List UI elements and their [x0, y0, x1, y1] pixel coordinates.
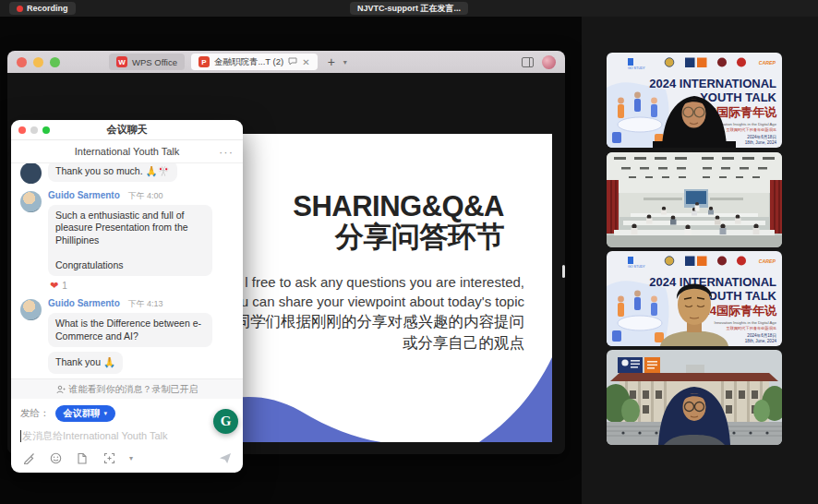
- window-close-button[interactable]: [17, 57, 27, 67]
- message-reaction[interactable]: ❤ 1: [50, 280, 212, 292]
- message-time: 下午 4:00: [128, 191, 163, 200]
- grammarly-badge[interactable]: G: [213, 409, 238, 434]
- chevron-down-icon: ▾: [104, 410, 108, 417]
- participant-video-4[interactable]: [607, 350, 782, 445]
- wps-tab-strip: W WPS Office P 金融职院青...T (2) ✕ + ▾: [109, 54, 347, 70]
- send-to-selector[interactable]: 会议群聊 ▾: [55, 405, 116, 422]
- tab-close-icon[interactable]: ✕: [302, 57, 309, 67]
- slide-body-en-line2: u can share your viewpoint about today's…: [220, 292, 524, 311]
- chat-message: Thank you so much. 🙏🎌: [20, 163, 234, 184]
- message-sender: Guido Sarmento: [48, 190, 120, 200]
- heart-reaction-icon: ❤: [50, 280, 58, 292]
- poster-title-line1: 2024 INTERNATIONAL: [649, 77, 776, 90]
- chat-input-placeholder: 发消息给International Youth Talk: [22, 429, 168, 443]
- slide-body-en-line1: l free to ask any questions you are inte…: [220, 272, 524, 292]
- slide-body-zh-line2: 或分享自己的观点: [220, 332, 524, 354]
- participant-video-2[interactable]: [607, 152, 782, 247]
- poster-date-en: 18th, June, 2024: [745, 140, 777, 145]
- chat-room-title: International Youth Talk: [75, 146, 180, 157]
- avatar[interactable]: [20, 299, 42, 320]
- chat-window-title: 会议聊天: [11, 123, 243, 137]
- poster-subtitle-en: Innovation Insights in the Digital Age: [714, 122, 776, 126]
- chat-message: Guido Sarmento 下午 4:00 Such a enthusiast…: [20, 189, 234, 292]
- chat-menu-ellipsis-icon[interactable]: ···: [219, 140, 234, 163]
- avatar[interactable]: [20, 191, 42, 212]
- chat-privacy-notice: 谁能看到你的消息？录制已开启: [11, 378, 243, 399]
- wps-titlebar: W WPS Office P 金融职院青...T (2) ✕ + ▾: [7, 51, 565, 73]
- new-tab-button[interactable]: +: [328, 54, 335, 69]
- meeting-topbar: Recording NJVTC-support 正在发言...: [0, 0, 818, 17]
- meeting-app-window: Recording NJVTC-support 正在发言... W WPS Of…: [0, 0, 818, 504]
- participants-panel: GO STUDY CAREP 2024 INTERNATIONAL YOUTH …: [582, 17, 818, 504]
- poster-subtitle-zh: 互联网时代下的青年创新洞见: [727, 326, 777, 330]
- recording-dot-icon: [17, 6, 23, 12]
- screenshot-icon[interactable]: [102, 451, 115, 464]
- meeting-chat-window: 会议聊天 International Youth Talk ··· Thank …: [11, 120, 243, 473]
- poster-logo-left-label: GO STUDY: [628, 265, 645, 269]
- screen-share-region: W WPS Office P 金融职院青...T (2) ✕ + ▾: [0, 17, 582, 504]
- slide-title-zh: 分享问答环节: [293, 222, 504, 252]
- tab-wps-office-home[interactable]: W WPS Office: [109, 54, 185, 70]
- chat-compose-area: 发给： 会议群聊 ▾ 发消息给International Youth Talk: [11, 399, 243, 443]
- participant-video-3[interactable]: GO STUDY CAREP 2024 INTERNATIONAL YOUTH …: [607, 251, 782, 346]
- avatar[interactable]: [20, 163, 42, 184]
- slide-title: SHARING&Q&A 分享问答环节: [293, 191, 504, 253]
- wps-account-avatar[interactable]: [542, 55, 556, 69]
- notice-text: 谁能看到你的消息？录制已开启: [69, 383, 198, 396]
- tab-presentation-doc[interactable]: P 金融职院青...T (2) ✕: [191, 54, 318, 70]
- tab-doc-label: 金融职院青...T (2): [214, 56, 283, 68]
- file-attach-icon[interactable]: [76, 451, 89, 464]
- window-zoom-button[interactable]: [50, 57, 60, 67]
- slide-title-en: SHARING&Q&A: [293, 191, 504, 222]
- message-bubble: Thank you so much. 🙏🎌: [48, 163, 177, 182]
- poster-title-line1: 2024 INTERNATIONAL: [649, 275, 776, 289]
- participant-video-1[interactable]: GO STUDY CAREP 2024 INTERNATIONAL YOUTH …: [607, 53, 782, 148]
- message-sender: Guido Sarmento: [48, 298, 120, 308]
- sidebar-toggle-icon[interactable]: [522, 57, 534, 67]
- chat-room-header: International Youth Talk ···: [11, 140, 243, 163]
- tab-home-label: WPS Office: [132, 57, 177, 67]
- slide-body-zh-line1: 请同学们根据刚刚的分享对感兴趣的内容提问: [220, 311, 524, 332]
- active-speaker-label: NJVTC-support 正在发言...: [357, 3, 461, 15]
- message-bubble: Thank you 🙏: [48, 352, 123, 373]
- poster-logo-right-label: CAREP: [759, 258, 776, 264]
- tab-list-chevron-icon[interactable]: ▾: [343, 58, 347, 66]
- poster-date-en: 18th, June, 2024: [745, 339, 777, 343]
- recording-label: Recording: [27, 4, 68, 13]
- participant-4-logos: [618, 357, 660, 373]
- poster-logo-right-label: CAREP: [759, 60, 776, 66]
- slide-body-text: l free to ask any questions you are inte…: [220, 272, 524, 354]
- wps-logo-icon: W: [116, 56, 127, 67]
- reaction-count: 1: [62, 281, 67, 291]
- recording-indicator: Recording: [9, 2, 76, 15]
- poster-title-line2: YOUTH TALK: [700, 90, 776, 104]
- chat-toolbar: ▾: [11, 443, 243, 473]
- tab-comment-icon[interactable]: [288, 57, 297, 67]
- window-minimize-button[interactable]: [33, 57, 43, 67]
- wps-scrollbar-handle[interactable]: [562, 265, 565, 278]
- message-time: 下午 4:13: [128, 299, 163, 308]
- poster-logo-left-label: GO STUDY: [628, 66, 645, 70]
- emoji-icon[interactable]: [49, 451, 62, 464]
- chat-message: Guido Sarmento 下午 4:13 What is the Diffe…: [20, 297, 234, 373]
- text-format-icon[interactable]: [22, 451, 35, 464]
- message-bubble: Such a enthusiastic and full of pleasure…: [48, 205, 212, 276]
- message-bubble: What is the Difference between e-Commerc…: [48, 313, 212, 347]
- people-icon: [56, 385, 66, 394]
- chat-message-list[interactable]: Thank you so much. 🙏🎌 Guido Sarmento 下午 …: [11, 163, 243, 378]
- ppt-file-icon: P: [198, 56, 210, 67]
- send-to-label: 发给：: [20, 407, 50, 420]
- wps-titlebar-right: [522, 55, 556, 69]
- poster-subtitle-zh: 互联网时代下的青年创新洞见: [727, 127, 777, 132]
- chat-titlebar: 会议聊天: [11, 120, 243, 140]
- poster-subtitle-en: Innovation Insights in the Digital Age: [714, 320, 776, 325]
- send-to-value: 会议群聊: [64, 407, 101, 420]
- text-cursor: [20, 430, 21, 442]
- active-speaker-banner: NJVTC-support 正在发言...: [350, 2, 468, 15]
- chevron-down-icon[interactable]: ▾: [129, 454, 133, 462]
- send-message-icon[interactable]: [219, 451, 232, 464]
- chat-message-input[interactable]: 发消息给International Youth Talk: [20, 429, 234, 443]
